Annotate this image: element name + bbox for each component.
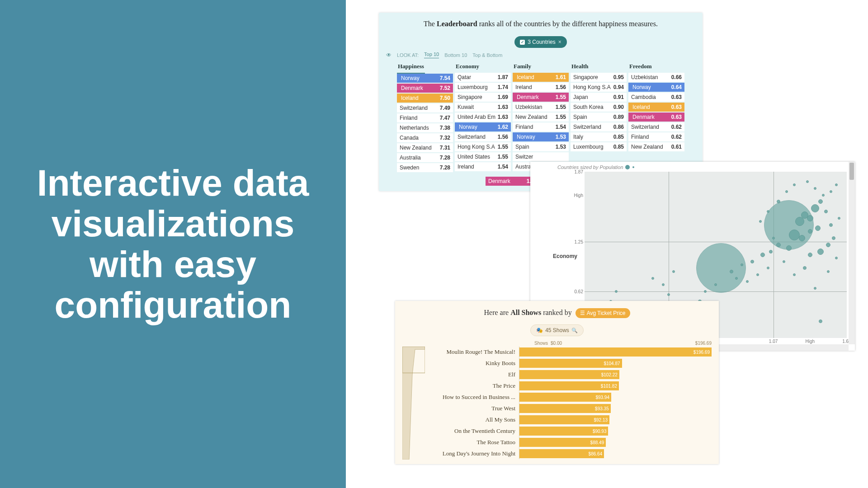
leaderboard-cell[interactable]: Switzer bbox=[513, 152, 569, 161]
leaderboard-cell[interactable]: New Zealand7.31 bbox=[397, 143, 453, 152]
bar-row[interactable]: The Price$101.82 bbox=[428, 380, 712, 391]
bubble[interactable] bbox=[667, 293, 670, 296]
bubble[interactable] bbox=[793, 183, 796, 186]
leaderboard-cell[interactable]: Netherlands7.38 bbox=[397, 123, 453, 132]
bar-row[interactable]: Long Day's Journey Into Night$86.64 bbox=[428, 448, 712, 459]
search-icon[interactable]: 🔍 bbox=[571, 328, 578, 333]
bubble[interactable] bbox=[795, 217, 804, 226]
bubble[interactable] bbox=[735, 277, 738, 280]
bubble[interactable] bbox=[785, 190, 788, 193]
leaderboard-cell[interactable]: Hong Kong S.A0.94 bbox=[571, 83, 627, 92]
bubble[interactable] bbox=[615, 290, 618, 293]
leaderboard-cell[interactable]: Japan0.91 bbox=[571, 93, 627, 102]
leaderboard-cell[interactable]: Norway1.53 bbox=[513, 132, 569, 141]
bubble[interactable] bbox=[714, 283, 717, 286]
bubble[interactable] bbox=[806, 180, 809, 183]
leaderboard-cell[interactable]: Kuwait1.63 bbox=[455, 103, 511, 112]
leaderboard-cell[interactable]: Qatar1.87 bbox=[455, 73, 511, 82]
leaderboard-cell[interactable]: Ireland1.54 bbox=[455, 162, 511, 171]
bubble[interactable] bbox=[835, 257, 838, 259]
bubble[interactable] bbox=[808, 229, 812, 234]
bars-minimap[interactable] bbox=[402, 347, 425, 460]
bubble[interactable] bbox=[803, 266, 807, 270]
shows-count-pill[interactable]: 🎭 45 Shows 🔍 bbox=[530, 324, 584, 336]
bubble[interactable] bbox=[759, 220, 762, 223]
leaderboard-cell[interactable]: Luxembourg1.74 bbox=[455, 83, 511, 92]
bubble[interactable] bbox=[818, 199, 823, 204]
bubble[interactable] bbox=[807, 215, 813, 221]
leaderboard-cell[interactable]: Norway0.64 bbox=[628, 83, 684, 92]
bubble[interactable] bbox=[830, 190, 832, 193]
leaderboard-cell[interactable]: Denmark7.52 bbox=[397, 84, 453, 93]
bubble[interactable] bbox=[814, 287, 816, 290]
leaderboard-cell[interactable]: Canada7.32 bbox=[397, 133, 453, 142]
leaderboard-cell[interactable]: New Zealand1.55 bbox=[513, 113, 569, 122]
leaderboard-cell[interactable]: Spain1.53 bbox=[513, 142, 569, 151]
bubble[interactable] bbox=[786, 245, 792, 251]
bubble[interactable] bbox=[789, 230, 800, 240]
leaderboard-cell[interactable]: Switzerland1.56 bbox=[455, 132, 511, 141]
scrollbar-v[interactable] bbox=[849, 162, 855, 344]
leaderboard-cell[interactable]: Singapore1.69 bbox=[455, 93, 511, 102]
bubble[interactable] bbox=[815, 225, 821, 231]
leaderboard-cell[interactable]: Finland7.47 bbox=[397, 113, 453, 122]
bubble[interactable] bbox=[750, 260, 754, 263]
avg-price-pill[interactable]: ☰Avg Ticket Price bbox=[576, 308, 630, 318]
leaderboard-cell[interactable]: Hong Kong S.A1.55 bbox=[455, 142, 511, 151]
leaderboard-cell[interactable]: United States1.55 bbox=[455, 152, 511, 161]
bubble[interactable] bbox=[696, 243, 746, 293]
bar-row[interactable]: On the Twentieth Century$90.93 bbox=[428, 426, 712, 436]
bubble[interactable] bbox=[832, 236, 835, 240]
leaderboard-cell[interactable]: Sweden7.28 bbox=[397, 163, 453, 172]
bubble[interactable] bbox=[746, 280, 749, 283]
close-icon[interactable]: × bbox=[558, 39, 561, 45]
leaderboard-cell[interactable]: Iceland1.61 bbox=[513, 73, 569, 82]
bubble[interactable] bbox=[811, 204, 819, 212]
bubble[interactable] bbox=[767, 210, 769, 213]
tab-bottom10[interactable]: Bottom 10 bbox=[444, 52, 467, 58]
leaderboard-cell[interactable]: Luxembourg0.85 bbox=[571, 142, 627, 151]
leaderboard-cell[interactable]: Uzbekistan1.55 bbox=[513, 103, 569, 112]
bubble[interactable] bbox=[826, 243, 830, 247]
leaderboard-cell[interactable]: Denmark0.63 bbox=[628, 113, 684, 122]
bubble[interactable] bbox=[769, 250, 773, 253]
leaderboard-cell[interactable]: Spain0.89 bbox=[571, 113, 627, 122]
bar-row[interactable]: Moulin Rouge! The Musical!$196.69 bbox=[428, 347, 712, 357]
leaderboard-cell[interactable]: Iceland0.63 bbox=[628, 103, 684, 112]
tab-topbottom[interactable]: Top & Bottom bbox=[472, 52, 502, 58]
bubble[interactable] bbox=[822, 194, 825, 197]
bubble[interactable] bbox=[835, 183, 838, 186]
leaderboard-cell[interactable]: United Arab Em1.63 bbox=[455, 113, 511, 122]
bubble[interactable] bbox=[662, 283, 665, 286]
bar-row[interactable]: Kinky Boots$104.87 bbox=[428, 358, 712, 369]
bubble[interactable] bbox=[814, 187, 816, 190]
bubble[interactable] bbox=[793, 273, 796, 276]
bubble[interactable] bbox=[777, 200, 780, 203]
bubble[interactable] bbox=[817, 249, 824, 255]
bubble[interactable] bbox=[783, 260, 785, 263]
bubble[interactable] bbox=[808, 253, 812, 257]
bubble[interactable] bbox=[819, 319, 822, 323]
leaderboard-cell[interactable]: Cambodia0.63 bbox=[628, 93, 684, 102]
leaderboard-cell[interactable]: New Zealand0.61 bbox=[628, 142, 684, 151]
bubble[interactable] bbox=[827, 270, 830, 273]
tab-top10[interactable]: Top 10 bbox=[424, 52, 439, 58]
leaderboard-cell[interactable]: Finland1.54 bbox=[513, 122, 569, 131]
leaderboard-cell[interactable]: Switzerland7.49 bbox=[397, 103, 453, 113]
bubble[interactable] bbox=[799, 235, 805, 241]
bubble[interactable] bbox=[824, 210, 828, 213]
bar-row[interactable]: How to Succeed in Business ...$93.94 bbox=[428, 392, 712, 403]
bubble[interactable] bbox=[672, 270, 675, 273]
leaderboard-cell[interactable]: Iceland7.50 bbox=[397, 94, 453, 103]
leaderboard-cell[interactable]: South Korea0.90 bbox=[571, 103, 627, 112]
bubble[interactable] bbox=[760, 253, 765, 257]
leaderboard-cell[interactable]: Uzbekistan0.66 bbox=[628, 73, 684, 82]
countries-filter-pill[interactable]: ✓ 3 Countries × bbox=[514, 36, 566, 48]
bubble[interactable] bbox=[764, 200, 814, 250]
bubble[interactable] bbox=[704, 290, 707, 293]
leaderboard-cell[interactable]: Ireland1.56 bbox=[513, 83, 569, 92]
leaderboard-cell[interactable]: Singapore0.95 bbox=[571, 73, 627, 82]
bar-row[interactable]: All My Sons$92.13 bbox=[428, 414, 712, 425]
leaderboard-cell[interactable]: Switzerland0.86 bbox=[571, 122, 627, 131]
bubble[interactable] bbox=[651, 277, 654, 280]
